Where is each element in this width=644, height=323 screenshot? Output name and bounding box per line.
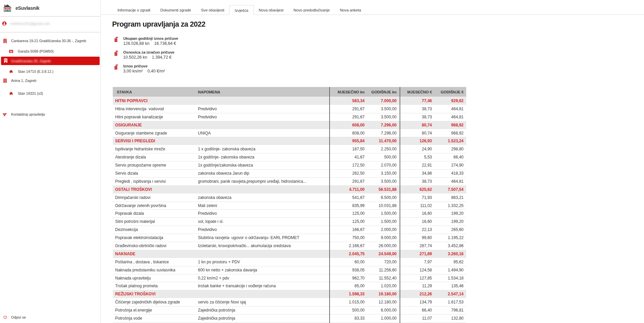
sidebar-item-home[interactable]: Stan 19331 (s3) bbox=[9, 90, 43, 97]
cell-geur: 1.534,18 bbox=[432, 274, 466, 282]
user-account[interactable]: vmihelcic311@gmail.com bbox=[2, 21, 50, 26]
table-row: Hitni popravak kanalizacijePredvidivo291… bbox=[113, 113, 466, 121]
cell-geur: 1.332,25 bbox=[432, 202, 466, 210]
cell-mkn: 750,00 bbox=[329, 234, 365, 242]
table-row: Servis protupožarne opreme1x godišnje/za… bbox=[113, 162, 466, 170]
sidebar-item-building[interactable]: Cankareva 19-21 Gradišćanska 30-36 -, Za… bbox=[3, 37, 86, 45]
cell-mkn: 500,00 bbox=[329, 306, 365, 314]
cell-stavka: NAKNADE bbox=[113, 250, 198, 258]
cell-geur: 95,62 bbox=[432, 258, 466, 266]
table-header: STAVKANAPOMENAMJESEČNO knGODIŠNJE knMJES… bbox=[113, 87, 466, 97]
cell-stavka: HITNI POPRAVCI bbox=[113, 97, 198, 105]
sidebar-item-label: Garaža 5099 (PGM50) bbox=[18, 49, 54, 53]
cell-meur: 111,02 bbox=[400, 202, 432, 210]
cell-napomena: 1 kn po prostoru + PDV bbox=[198, 258, 329, 266]
cell-napomena: sol, lopate i sl. bbox=[198, 218, 329, 226]
summary-value-kn: 10.502,26 kn bbox=[123, 55, 147, 60]
cell-stavka: Poštarina , dostava , tiskanice bbox=[113, 258, 198, 266]
cell-geur: 464,81 bbox=[432, 113, 466, 121]
cell-napomena bbox=[198, 97, 329, 105]
tab-sve-obavijesti[interactable]: Sve obavijesti bbox=[196, 5, 229, 14]
sidebar-item-home[interactable]: Stan 14710 (E.3.8.12.) bbox=[9, 68, 54, 75]
cell-napomena: Zajednička potrošnja bbox=[198, 315, 329, 322]
sidebar-item-garage[interactable]: Garaža 5099 (PGM50) bbox=[9, 48, 54, 55]
cell-meur: 16,60 bbox=[400, 210, 432, 217]
cell-geur: 199,20 bbox=[432, 218, 466, 226]
sidebar-item-label: Stan 14710 (E.3.8.12.) bbox=[18, 69, 54, 74]
cell-mkn: 608,00 bbox=[329, 121, 365, 129]
cell-napomena: Predvidivo bbox=[198, 113, 329, 121]
cell-meur: 5,53 bbox=[400, 153, 432, 161]
cell-meur: 77,46 bbox=[400, 97, 432, 105]
tab-izvje-a[interactable]: Izvješća bbox=[229, 5, 253, 15]
cell-geur: 3.260,16 bbox=[432, 250, 466, 258]
cell-geur: 1.617,53 bbox=[432, 298, 466, 306]
cell-geur: 796,81 bbox=[432, 306, 466, 314]
app-logo[interactable]: eSuvlasnik bbox=[3, 4, 39, 12]
table-row: Osiguranje stambene zgradeUNIQA608,007.2… bbox=[113, 129, 466, 138]
tab-informacije-o-zgradi[interactable]: Informacije o zgradi bbox=[112, 5, 155, 14]
cell-meur: 11,29 bbox=[400, 282, 432, 290]
cell-gkn: 19.180,00 bbox=[365, 290, 400, 298]
cell-mkn: 291,67 bbox=[329, 105, 365, 113]
sidebar-item-building[interactable]: Anina 1, Zagreb bbox=[3, 77, 36, 84]
cell-geur: 968,92 bbox=[432, 129, 466, 137]
cell-geur: 464,81 bbox=[432, 178, 466, 185]
table-row: Održavanje zelenih površinaMali zeleni83… bbox=[113, 202, 466, 210]
cell-gkn: 56.531,88 bbox=[365, 186, 400, 194]
cell-geur: 929,62 bbox=[432, 97, 466, 105]
user-email: vmihelcic311@gmail.com bbox=[10, 22, 50, 26]
cell-meur: 127,85 bbox=[400, 274, 432, 282]
cell-geur: 1.195,22 bbox=[432, 234, 466, 242]
tab-bar: Informacije o zgradiDokumenti zgradeSve … bbox=[100, 0, 644, 15]
cell-gkn: 11.470,00 bbox=[365, 137, 400, 145]
cell-stavka: Servis dizala bbox=[113, 170, 198, 177]
cell-stavka: Sitni potrošni materijal bbox=[113, 218, 198, 226]
category-row: SERVISI I PREGLEDI955,8411.470,00126,931… bbox=[113, 137, 466, 145]
cell-meur: 34,86 bbox=[400, 170, 432, 177]
cell-geur: 1.523,24 bbox=[432, 137, 466, 145]
cell-mkn: 125,00 bbox=[329, 218, 365, 226]
cell-meur: 99,60 bbox=[400, 234, 432, 242]
cell-meur: 126,93 bbox=[400, 137, 432, 145]
table-row: Popravak elektroinstalacijaStubišna rasv… bbox=[113, 234, 466, 242]
cell-napomena: servis za čišćenje Novi sjaj bbox=[198, 298, 329, 306]
cell-gkn: 1.500,00 bbox=[365, 218, 400, 226]
table-row: Naknada predstavniku suvlasnika600 kn ne… bbox=[113, 266, 466, 274]
summary-value-kn: 126.026,88 kn bbox=[123, 41, 149, 46]
cell-mkn: 291,67 bbox=[329, 113, 365, 121]
cell-gkn: 1.020,00 bbox=[365, 282, 400, 290]
cell-gkn: 6.000,00 bbox=[365, 306, 400, 314]
cell-stavka: Dimnjačarski radovi bbox=[113, 194, 198, 202]
cell-stavka: Servis protupožarne opreme bbox=[113, 162, 198, 169]
cell-mkn: 1.015,00 bbox=[329, 298, 365, 306]
cell-gkn: 9.000,00 bbox=[365, 234, 400, 242]
table-row: Čišćenje zajedničkih dijelova zgradeserv… bbox=[113, 298, 466, 306]
category-row: NAKNADE2.045,7524.549,00271,693.260,16 bbox=[113, 250, 466, 258]
cell-stavka: Trošak platnog prometa bbox=[113, 282, 198, 290]
coins-icon bbox=[114, 50, 118, 56]
cell-mkn: 172,50 bbox=[329, 162, 365, 169]
logout-button[interactable]: Odjavi se bbox=[3, 314, 26, 321]
tab-nova-anketa[interactable]: Nova anketa bbox=[335, 5, 366, 14]
cell-stavka: Pregledi , ispitivanja i servisi bbox=[113, 178, 198, 185]
column-header: GODIŠNJE € bbox=[432, 90, 466, 94]
cell-napomena: Zajednička potrošnja bbox=[198, 306, 329, 314]
tab-dokumenti-zgrade[interactable]: Dokumenti zgrade bbox=[155, 5, 196, 14]
cell-mkn: 835,99 bbox=[329, 202, 365, 210]
cell-napomena: Stubišna rasvjeta- ugovor o održavanju- … bbox=[198, 234, 329, 242]
tab-novo-predodlu-ivanje[interactable]: Novo predodlučivanje bbox=[289, 5, 335, 14]
home-icon bbox=[9, 91, 13, 95]
cell-gkn: 500,00 bbox=[365, 153, 400, 161]
cell-mkn: 4.711,00 bbox=[329, 186, 365, 194]
cell-mkn: 2.045,75 bbox=[329, 250, 365, 258]
cell-meur: 212,26 bbox=[400, 290, 432, 298]
cell-napomena bbox=[198, 290, 329, 298]
cell-napomena: Predvidivo bbox=[198, 210, 329, 217]
sidebar-item-contact-manager[interactable]: Kontaktiraj upravitelja bbox=[3, 111, 45, 118]
sidebar-item-building[interactable]: Gradišćanska 30, Zagreb bbox=[1, 57, 100, 65]
cell-gkn: 11.256,60 bbox=[365, 266, 400, 274]
cell-napomena: gromobrani, panik rasvjeta,prepumpni ure… bbox=[198, 178, 329, 185]
tab-nova-obavijest[interactable]: Nova obavijest bbox=[254, 5, 289, 14]
cell-meur: 71,93 bbox=[400, 194, 432, 202]
